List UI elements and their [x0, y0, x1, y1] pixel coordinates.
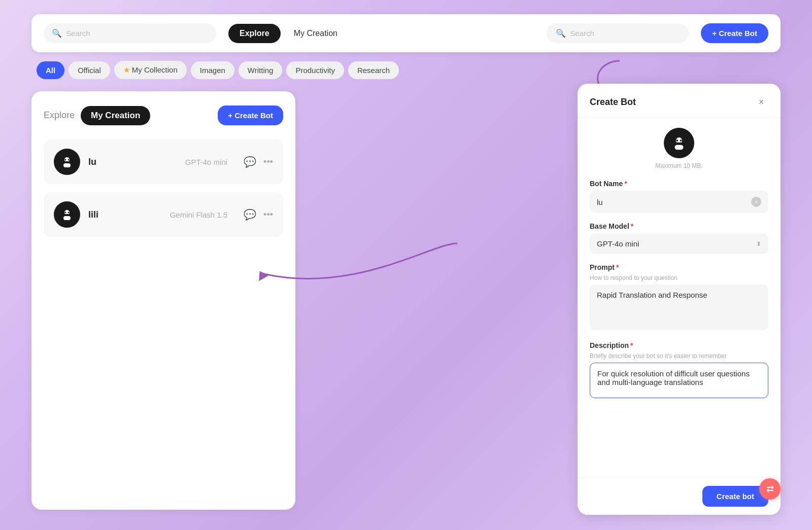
left-panel-header: Explore My Creation + Create Bot — [44, 105, 283, 125]
svg-point-7 — [65, 212, 66, 214]
chat-icon-lu[interactable]: 💬 — [244, 156, 256, 168]
svg-rect-4 — [65, 161, 69, 162]
description-label: Description * — [590, 341, 768, 349]
bot-name-clear-button[interactable]: × — [751, 197, 761, 207]
svg-point-2 — [65, 159, 66, 161]
base-model-select[interactable]: GPT-4o mini GPT-4o Gemini Flash 1.5 Gemi… — [590, 233, 768, 254]
bot-actions-lili: 💬 ••• — [244, 208, 273, 221]
description-field: Description * Briefly describe your bot … — [590, 341, 768, 400]
create-bot-button-top[interactable]: + Create Bot — [701, 23, 768, 43]
left-tab-explore[interactable]: Explore — [44, 110, 75, 121]
bot-name-field: Bot Name * lu × — [590, 180, 768, 213]
svg-point-3 — [68, 159, 70, 161]
bot-item-lili: lili Gemini Flash 1.5 💬 ••• — [44, 192, 283, 237]
svg-point-14 — [676, 139, 679, 142]
left-tab-mycreation[interactable]: My Creation — [81, 106, 150, 125]
prompt-field: Prompt * How to respond to your question… — [590, 263, 768, 332]
svg-rect-6 — [63, 216, 71, 220]
top-search-icon: 🔍 — [556, 28, 566, 38]
filter-tab-research[interactable]: Research — [348, 61, 399, 79]
base-model-select-wrapper: GPT-4o mini GPT-4o Gemini Flash 1.5 Gemi… — [590, 233, 768, 254]
search-icon: 🔍 — [52, 28, 62, 38]
modal-avatar-hint: Maximum 10 MB. — [655, 162, 702, 169]
svg-rect-9 — [65, 214, 69, 215]
translate-icon: ⇄ — [766, 483, 774, 494]
modal-title: Create Bot — [590, 97, 636, 108]
top-search-placeholder: Search — [570, 29, 594, 38]
prompt-hint: How to respond to your question — [590, 274, 768, 281]
description-hint: Briefly describe your bot so it's easier… — [590, 352, 768, 360]
prompt-textarea[interactable]: Rapid Translation and Response — [590, 285, 768, 330]
bot-name-input[interactable]: lu × — [590, 191, 768, 213]
bot-avatar-lili — [54, 201, 80, 228]
bot-model-lili: Gemini Flash 1.5 — [170, 210, 227, 219]
base-model-field: Base Model * GPT-4o mini GPT-4o Gemini F… — [590, 222, 768, 254]
bot-actions-lu: 💬 ••• — [244, 156, 273, 168]
bot-name-lu: lu — [88, 157, 177, 167]
left-header-tabs: Explore My Creation — [44, 106, 150, 125]
svg-point-8 — [68, 212, 70, 214]
modal-avatar[interactable] — [664, 128, 694, 158]
create-bot-modal: Create Bot × Maximum 10 MB. Bot Name * — [578, 84, 781, 515]
filter-tab-mycollection[interactable]: ★My Collection — [114, 61, 187, 79]
create-bot-button-left[interactable]: + Create Bot — [218, 105, 283, 125]
bot-model-lu: GPT-4o mini — [185, 158, 227, 166]
filter-tab-imagen[interactable]: Imagen — [191, 61, 234, 79]
top-bar: 🔍 Search Explore My Creation 🔍 Search + … — [31, 14, 781, 52]
bot-avatar-lu — [54, 149, 80, 175]
filter-tabs: All Official ★My Collection Imagen Writt… — [31, 61, 781, 79]
star-icon: ★ — [123, 65, 130, 74]
modal-close-button[interactable]: × — [754, 95, 768, 109]
left-search-box[interactable]: 🔍 Search — [44, 23, 216, 43]
nav-tabs: Explore My Creation — [228, 24, 534, 43]
required-indicator-prompt: * — [616, 263, 619, 271]
svg-rect-13 — [675, 145, 684, 150]
modal-body: Maximum 10 MB. Bot Name * lu × Base Mode… — [578, 118, 781, 477]
modal-avatar-section: Maximum 10 MB. — [590, 128, 768, 169]
more-icon-lili[interactable]: ••• — [263, 209, 273, 220]
search-placeholder: Search — [66, 29, 90, 38]
svg-rect-1 — [63, 163, 71, 167]
left-panel: Explore My Creation + Create Bot lu GPT-… — [31, 91, 295, 510]
bot-name-lili: lili — [88, 209, 162, 220]
bot-name-label: Bot Name * — [590, 180, 768, 188]
required-indicator-model: * — [631, 222, 633, 230]
filter-tab-writing[interactable]: Writting — [239, 61, 283, 79]
more-icon-lu[interactable]: ••• — [263, 157, 273, 167]
modal-header: Create Bot × — [578, 84, 781, 118]
translate-badge[interactable]: ⇄ — [759, 478, 781, 500]
nav-tab-explore[interactable]: Explore — [228, 24, 281, 43]
nav-tab-mycreation[interactable]: My Creation — [283, 24, 349, 43]
filter-tab-official[interactable]: Official — [69, 61, 110, 79]
bot-item-lu: lu GPT-4o mini 💬 ••• — [44, 139, 283, 184]
top-search-box[interactable]: 🔍 Search — [547, 23, 689, 43]
required-indicator: * — [624, 180, 627, 188]
svg-point-15 — [680, 139, 682, 142]
prompt-label: Prompt * — [590, 263, 768, 271]
filter-tab-productivity[interactable]: Productivity — [286, 61, 344, 79]
create-bot-submit-button[interactable]: Create bot — [702, 486, 768, 507]
base-model-label: Base Model * — [590, 222, 768, 230]
chat-icon-lili[interactable]: 💬 — [244, 208, 256, 221]
svg-rect-16 — [676, 143, 682, 144]
required-indicator-desc: * — [630, 341, 633, 349]
filter-tab-all[interactable]: All — [37, 61, 64, 79]
modal-footer: Create bot — [578, 477, 781, 515]
description-textarea[interactable]: For quick resolution of difficult user q… — [590, 363, 768, 398]
